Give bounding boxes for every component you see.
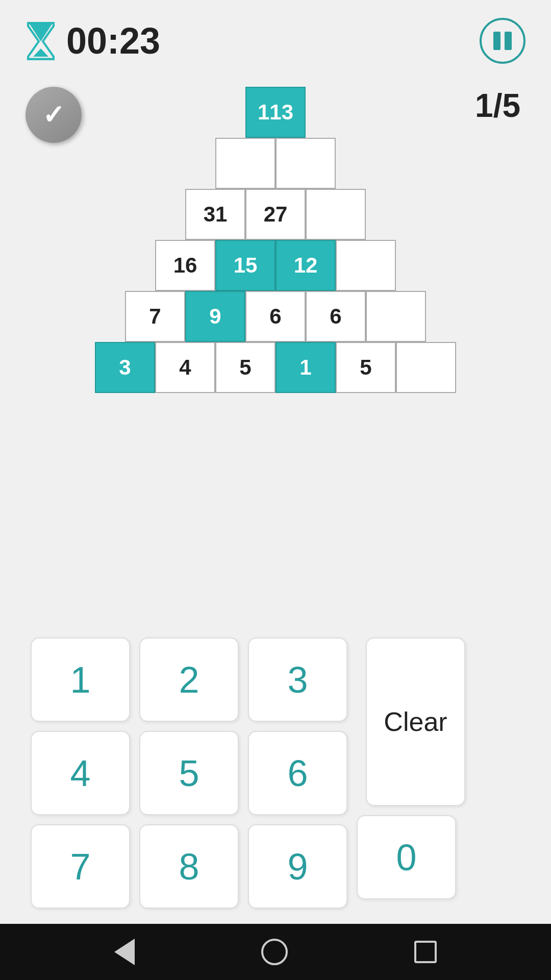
cell-2-1[interactable]: 27 — [245, 189, 306, 240]
num-2-button[interactable]: 2 — [139, 638, 239, 722]
level-display: 1/5 — [475, 87, 520, 125]
cell-3-1[interactable]: 15 — [215, 240, 276, 291]
numpad-right: Clear 0 — [357, 638, 465, 909]
home-nav-button[interactable] — [261, 939, 288, 965]
pyramid: 113 31 27 16 15 12 7 9 6 6 3 — [95, 87, 456, 393]
cell-4-4[interactable] — [366, 291, 426, 342]
num-5-button[interactable]: 5 — [139, 731, 239, 815]
cell-2-2[interactable] — [306, 189, 366, 240]
cell-1-0[interactable] — [215, 138, 276, 189]
cell-4-0[interactable]: 7 — [125, 291, 185, 342]
recent-icon — [414, 941, 437, 963]
pyramid-row-1 — [215, 138, 336, 189]
cell-4-3[interactable]: 6 — [306, 291, 366, 342]
svg-marker-1 — [33, 48, 48, 57]
num-3-button[interactable]: 3 — [248, 638, 347, 722]
pause-button[interactable] — [480, 18, 525, 64]
cell-0-0[interactable]: 113 — [245, 87, 306, 138]
check-button[interactable]: ✓ — [26, 87, 82, 143]
numpad-row-2: 4 5 6 — [31, 731, 347, 815]
pyramid-row-3: 16 15 12 — [155, 240, 396, 291]
back-nav-button[interactable] — [114, 939, 135, 965]
timer-display: 00:23 — [66, 20, 160, 62]
cell-2-0[interactable]: 31 — [185, 189, 245, 240]
home-icon — [261, 939, 288, 965]
cell-4-1[interactable]: 9 — [185, 291, 245, 342]
cell-5-0[interactable]: 3 — [95, 342, 155, 393]
hourglass-icon — [26, 22, 56, 60]
num-9-button[interactable]: 9 — [248, 824, 347, 909]
middle-area: ✓ 113 31 27 16 15 12 7 9 6 6 — [0, 71, 551, 622]
cell-3-2[interactable]: 12 — [276, 240, 336, 291]
cell-5-1[interactable]: 4 — [155, 342, 215, 393]
num-6-button[interactable]: 6 — [248, 731, 347, 815]
numpad-left: 1 2 3 4 5 6 7 8 9 — [31, 638, 347, 909]
cell-5-3[interactable]: 1 — [276, 342, 336, 393]
cell-5-2[interactable]: 5 — [215, 342, 276, 393]
numpad-row-3: 7 8 9 — [31, 824, 347, 909]
cell-1-1[interactable] — [276, 138, 336, 189]
numpad-row-1: 1 2 3 — [31, 638, 347, 722]
cell-5-5[interactable] — [396, 342, 456, 393]
cell-3-0[interactable]: 16 — [155, 240, 215, 291]
pyramid-row-0: 113 — [245, 87, 306, 138]
recent-nav-button[interactable] — [414, 941, 437, 963]
checkmark-icon: ✓ — [42, 100, 65, 130]
cell-3-3[interactable] — [336, 240, 396, 291]
num-8-button[interactable]: 8 — [139, 824, 239, 909]
bottom-nav — [0, 924, 551, 980]
cell-4-2[interactable]: 6 — [245, 291, 306, 342]
back-icon — [114, 939, 135, 965]
pyramid-row-5: 3 4 5 1 5 — [95, 342, 456, 393]
cell-5-4[interactable]: 5 — [336, 342, 396, 393]
num-4-button[interactable]: 4 — [31, 731, 130, 815]
num-1-button[interactable]: 1 — [31, 638, 130, 722]
numpad-container: 1 2 3 4 5 6 7 8 9 Clear 0 — [0, 622, 551, 924]
timer-section: 00:23 — [26, 20, 160, 62]
num-0-button[interactable]: 0 — [357, 815, 456, 899]
pyramid-row-4: 7 9 6 6 — [125, 291, 426, 342]
pyramid-row-2: 31 27 — [185, 189, 366, 240]
top-bar: 00:23 — [0, 0, 551, 71]
clear-button[interactable]: Clear — [366, 638, 465, 806]
pause-icon — [493, 32, 512, 50]
num-7-button[interactable]: 7 — [31, 824, 130, 909]
